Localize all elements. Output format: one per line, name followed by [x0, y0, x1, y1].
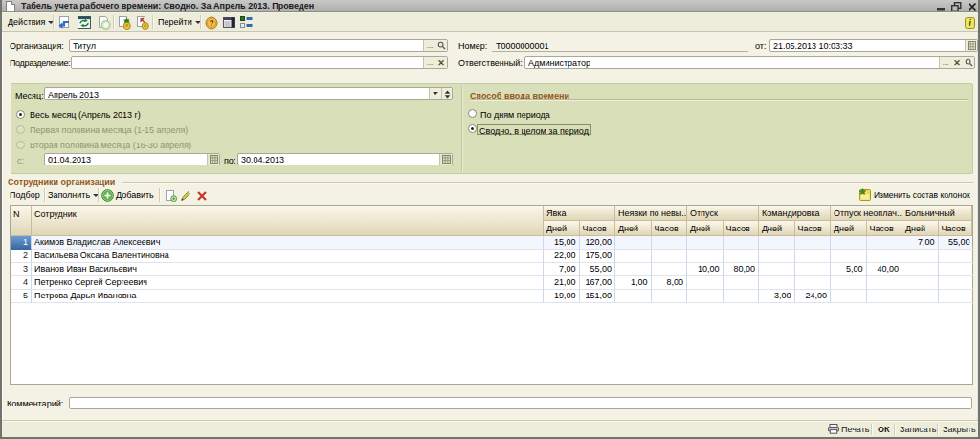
svg-text:?: ? [209, 18, 213, 28]
